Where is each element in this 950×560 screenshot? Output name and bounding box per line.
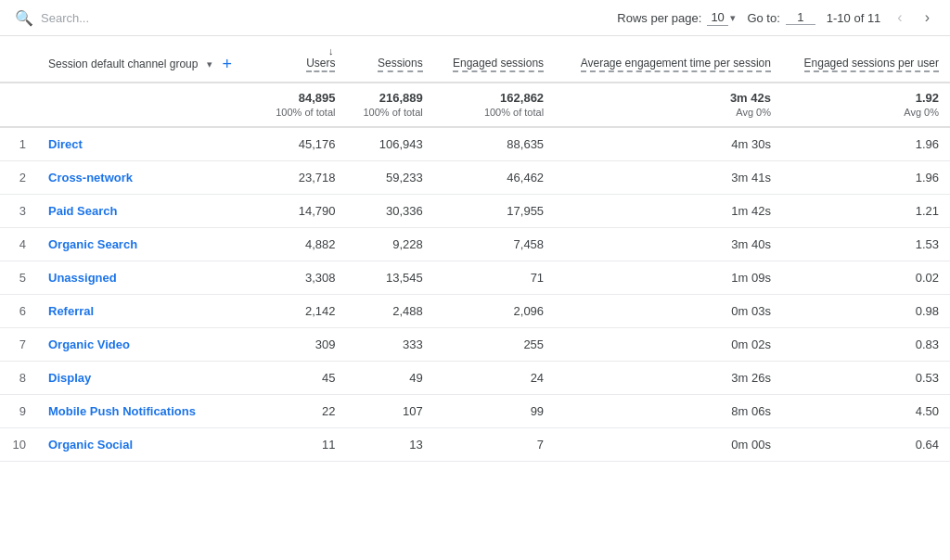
channel-name[interactable]: Direct [37, 127, 259, 161]
channel-dropdown-icon[interactable]: ▾ [207, 58, 212, 70]
row-num: 3 [0, 195, 37, 228]
channel-name[interactable]: Display [37, 362, 259, 395]
prev-page-button[interactable]: ‹ [892, 7, 907, 28]
row-sessions: 49 [346, 362, 433, 395]
row-users: 14,790 [259, 195, 346, 228]
row-engaged-per-user: 1.96 [782, 127, 950, 161]
row-users: 22 [259, 395, 346, 428]
engaged-per-user-header-inner: Engaged sessions per user [793, 57, 939, 72]
toolbar: 🔍 Rows per page: 10 25 50 Go to: 1-10 of… [0, 0, 950, 36]
row-engaged-sessions: 17,955 [434, 195, 555, 228]
row-sessions: 13,545 [346, 261, 433, 295]
channel-name[interactable]: Cross-network [37, 161, 259, 195]
totals-num [0, 83, 37, 127]
channel-name[interactable]: Unassigned [37, 261, 259, 295]
row-avg-engagement: 8m 06s [555, 395, 782, 428]
goto-input[interactable] [786, 10, 815, 25]
table-header-row: Session default channel group ▾ + ↓ User… [0, 36, 950, 83]
col-header-engaged-sessions: Engaged sessions [434, 36, 555, 83]
row-users: 3,308 [259, 261, 346, 295]
rows-per-page-label: Rows per page: [617, 11, 701, 25]
row-num: 8 [0, 362, 37, 395]
engaged-per-user-col-label[interactable]: Engaged sessions per user [804, 57, 939, 72]
goto-label: Go to: [747, 11, 779, 25]
row-engaged-sessions: 88,635 [434, 127, 555, 161]
add-dimension-button[interactable]: + [220, 56, 234, 72]
rows-per-page-select-wrapper[interactable]: 10 25 50 [707, 9, 736, 26]
search-input[interactable] [41, 11, 226, 25]
col-header-sessions: Sessions [346, 36, 433, 83]
row-users: 2,142 [259, 295, 346, 328]
row-engaged-per-user: 1.96 [782, 161, 950, 195]
row-engaged-per-user: 1.53 [782, 228, 950, 261]
users-col-label[interactable]: Users [306, 57, 335, 72]
channel-name[interactable]: Referral [37, 295, 259, 328]
row-avg-engagement: 1m 09s [555, 261, 782, 295]
col-header-engaged-per-user: Engaged sessions per user [782, 36, 950, 83]
engaged-sessions-col-label[interactable]: Engaged sessions [453, 57, 544, 72]
channel-name[interactable]: Organic Social [37, 428, 259, 462]
table-row: 10 Organic Social 11 13 7 0m 00s 0.64 [0, 428, 950, 462]
row-num: 10 [0, 428, 37, 462]
totals-row: 84,895100% of total 216,889100% of total… [0, 83, 950, 127]
row-engaged-per-user: 1.21 [782, 195, 950, 228]
row-avg-engagement: 0m 03s [555, 295, 782, 328]
channel-name[interactable]: Organic Video [37, 328, 259, 362]
sessions-col-label[interactable]: Sessions [378, 57, 423, 72]
totals-channel [37, 83, 259, 127]
rows-per-page-select[interactable]: 10 25 50 [707, 9, 728, 26]
totals-engaged-sessions: 162,862100% of total [434, 83, 555, 127]
channel-name[interactable]: Paid Search [37, 195, 259, 228]
row-sessions: 30,336 [346, 195, 433, 228]
row-engaged-sessions: 24 [434, 362, 555, 395]
row-engaged-sessions: 99 [434, 395, 555, 428]
row-engaged-sessions: 71 [434, 261, 555, 295]
avg-engagement-header-inner: Average engagement time per session [566, 57, 771, 72]
page-info: 1-10 of 11 [827, 11, 881, 25]
row-avg-engagement: 1m 42s [555, 195, 782, 228]
row-num: 1 [0, 127, 37, 161]
row-num: 4 [0, 228, 37, 261]
row-users: 4,882 [259, 228, 346, 261]
row-engaged-per-user: 0.64 [782, 428, 950, 462]
channel-name[interactable]: Organic Search [37, 228, 259, 261]
row-sessions: 106,943 [346, 127, 433, 161]
users-header-inner: ↓ Users [270, 45, 335, 72]
totals-sessions: 216,889100% of total [346, 83, 433, 127]
row-engaged-sessions: 2,096 [434, 295, 555, 328]
channel-group-label: Session default channel group [48, 57, 198, 70]
row-avg-engagement: 3m 41s [555, 161, 782, 195]
row-engaged-per-user: 0.98 [782, 295, 950, 328]
channel-name[interactable]: Mobile Push Notifications [37, 395, 259, 428]
data-table: Session default channel group ▾ + ↓ User… [0, 36, 950, 462]
row-engaged-sessions: 7,458 [434, 228, 555, 261]
totals-engaged-per-user: 1.92Avg 0% [782, 83, 950, 127]
table-row: 7 Organic Video 309 333 255 0m 02s 0.83 [0, 328, 950, 362]
row-users: 23,718 [259, 161, 346, 195]
rows-per-page-control: Rows per page: 10 25 50 [617, 9, 736, 26]
table-wrapper: Session default channel group ▾ + ↓ User… [0, 36, 950, 462]
row-avg-engagement: 3m 26s [555, 362, 782, 395]
col-header-num [0, 36, 37, 83]
pagination-controls: Rows per page: 10 25 50 Go to: 1-10 of 1… [617, 7, 935, 28]
row-users: 45 [259, 362, 346, 395]
row-users: 45,176 [259, 127, 346, 161]
row-num: 2 [0, 161, 37, 195]
col-header-avg-engagement: Average engagement time per session [555, 36, 782, 83]
search-container: 🔍 [15, 9, 606, 27]
table-row: 4 Organic Search 4,882 9,228 7,458 3m 40… [0, 228, 950, 261]
table-row: 8 Display 45 49 24 3m 26s 0.53 [0, 362, 950, 395]
row-avg-engagement: 3m 40s [555, 228, 782, 261]
channel-header-row: Session default channel group ▾ + [48, 56, 248, 72]
row-num: 9 [0, 395, 37, 428]
avg-engagement-col-label[interactable]: Average engagement time per session [581, 57, 771, 72]
table-row: 5 Unassigned 3,308 13,545 71 1m 09s 0.02 [0, 261, 950, 295]
next-page-button[interactable]: › [919, 7, 935, 28]
col-header-users: ↓ Users [259, 36, 346, 83]
row-engaged-per-user: 0.83 [782, 328, 950, 362]
totals-users: 84,895100% of total [259, 83, 346, 127]
row-sessions: 107 [346, 395, 433, 428]
engaged-sessions-header-inner: Engaged sessions [445, 57, 544, 72]
users-col-sort-icon: ↓ [328, 45, 334, 57]
table-row: 6 Referral 2,142 2,488 2,096 0m 03s 0.98 [0, 295, 950, 328]
